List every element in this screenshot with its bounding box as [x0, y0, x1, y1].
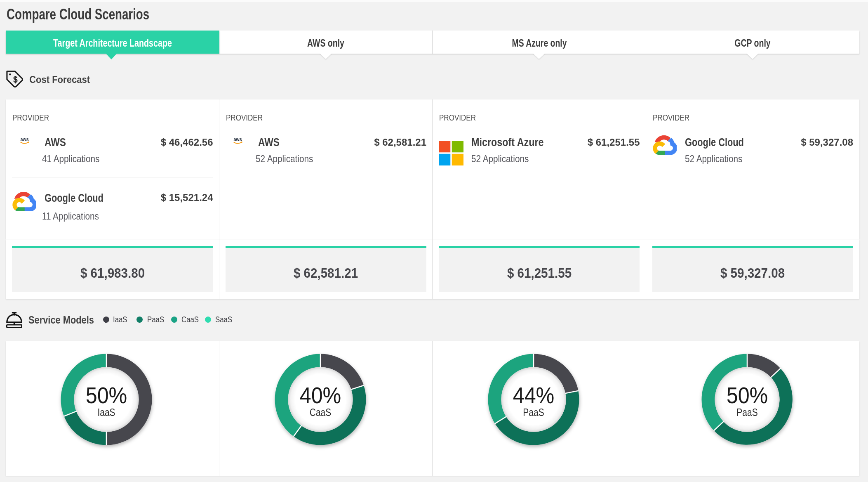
svg-text:PaaS: PaaS [523, 406, 544, 418]
svg-text:IaaS: IaaS [97, 406, 115, 418]
svg-text:PaaS: PaaS [736, 406, 757, 418]
svg-text:50%: 50% [727, 383, 768, 408]
svg-text:40%: 40% [300, 383, 341, 408]
svg-text:aws: aws [20, 137, 28, 142]
svg-text:50%: 50% [86, 383, 127, 408]
svg-text:aws: aws [233, 137, 242, 142]
svg-text:$: $ [13, 74, 18, 84]
svg-text:CaaS: CaaS [310, 406, 332, 418]
svg-text:44%: 44% [513, 383, 555, 408]
